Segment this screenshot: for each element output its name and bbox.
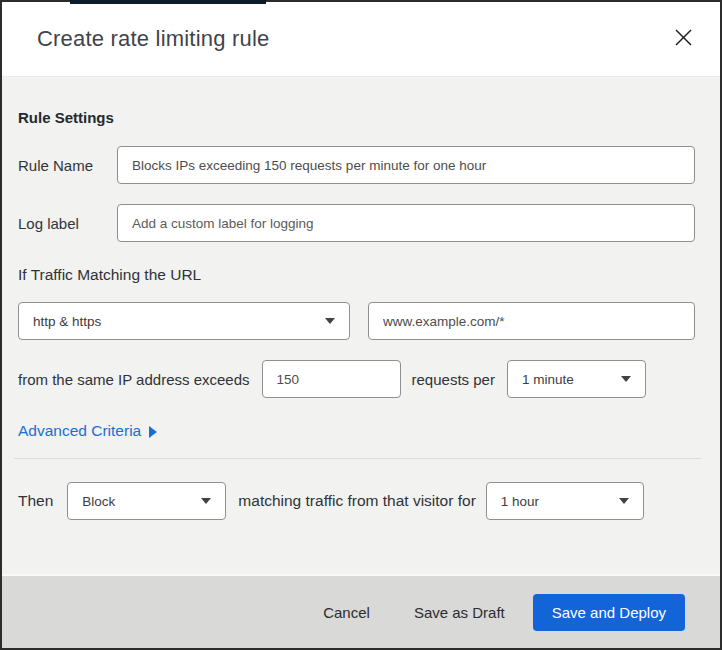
chevron-down-icon	[621, 376, 631, 382]
rule-settings-heading: Rule Settings	[18, 109, 695, 126]
chevron-down-icon	[201, 498, 211, 504]
create-rate-limiting-rule-dialog: Create rate limiting rule Rule Settings …	[0, 0, 722, 650]
page: Create rate limiting rule Rule Settings …	[0, 0, 722, 650]
background-page-strip	[70, 0, 266, 4]
log-label-input[interactable]	[117, 204, 695, 242]
save-as-draft-button[interactable]: Save as Draft	[414, 604, 505, 621]
cancel-button[interactable]: Cancel	[323, 604, 370, 621]
scheme-select[interactable]: http & https	[18, 302, 350, 340]
chevron-down-icon	[325, 318, 335, 324]
url-pattern-input[interactable]	[368, 302, 695, 340]
chevron-right-icon	[149, 426, 157, 438]
log-label-label: Log label	[18, 215, 117, 232]
duration-select[interactable]: 1 hour	[486, 482, 644, 520]
advanced-criteria-label: Advanced Criteria	[18, 422, 141, 440]
traffic-match-row: http & https	[18, 302, 695, 340]
save-and-deploy-button[interactable]: Save and Deploy	[533, 594, 685, 631]
requests-per-label: requests per	[412, 371, 495, 388]
request-count-input[interactable]	[262, 360, 401, 398]
scheme-select-value: http & https	[33, 314, 101, 329]
then-label: Then	[18, 492, 53, 510]
log-label-row: Log label	[18, 204, 695, 242]
traffic-match-label: If Traffic Matching the URL	[18, 266, 695, 284]
close-button[interactable]	[671, 25, 696, 54]
dialog-body: Rule Settings Rule Name Log label If Tra…	[2, 77, 720, 574]
action-select-value: Block	[82, 494, 115, 509]
rule-name-label: Rule Name	[18, 157, 117, 174]
dialog-title: Create rate limiting rule	[37, 26, 269, 52]
dialog-footer: Cancel Save as Draft Save and Deploy	[2, 574, 720, 648]
action-select[interactable]: Block	[67, 482, 226, 520]
threshold-row: from the same IP address exceeds request…	[18, 360, 695, 398]
duration-select-value: 1 hour	[501, 494, 539, 509]
period-select-value: 1 minute	[522, 372, 574, 387]
rule-name-input[interactable]	[117, 146, 695, 184]
then-row: Then Block matching traffic from that vi…	[18, 482, 695, 520]
rule-name-row: Rule Name	[18, 146, 695, 184]
threshold-prefix-label: from the same IP address exceeds	[18, 371, 250, 388]
section-divider	[14, 458, 701, 459]
dialog-header: Create rate limiting rule	[2, 2, 720, 77]
then-middle-label: matching traffic from that visitor for	[238, 492, 475, 510]
period-select[interactable]: 1 minute	[507, 360, 646, 398]
close-icon	[675, 29, 692, 50]
chevron-down-icon	[619, 498, 629, 504]
advanced-criteria-link[interactable]: Advanced Criteria	[18, 422, 157, 440]
